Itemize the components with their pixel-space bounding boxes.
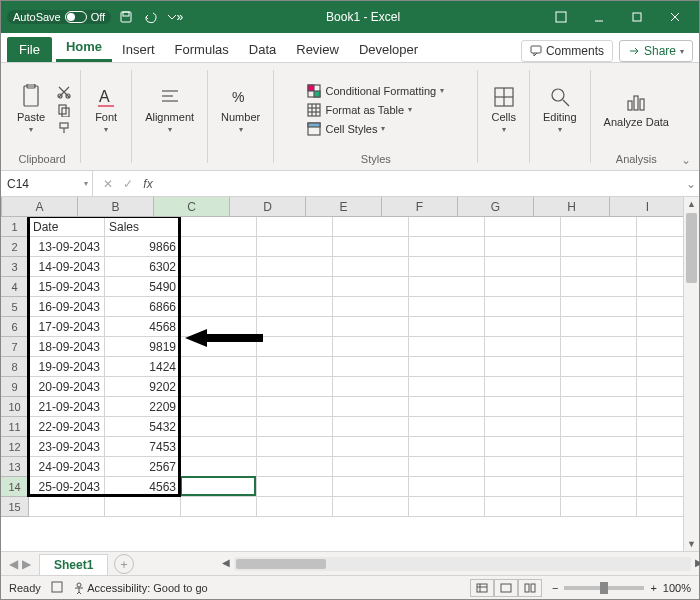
cell-H6[interactable]	[561, 317, 637, 337]
cell-F2[interactable]	[409, 237, 485, 257]
cell-F15[interactable]	[409, 497, 485, 517]
cell-G14[interactable]	[485, 477, 561, 497]
cell-A12[interactable]: 23-09-2043	[29, 437, 105, 457]
row-header-2[interactable]: 2	[1, 237, 29, 257]
cell-B7[interactable]: 9819	[105, 337, 181, 357]
cell-D11[interactable]	[257, 417, 333, 437]
cell-B9[interactable]: 9202	[105, 377, 181, 397]
cell-E2[interactable]	[333, 237, 409, 257]
cell-F14[interactable]	[409, 477, 485, 497]
fx-icon[interactable]: fx	[139, 177, 157, 191]
sheet-nav-prev-icon[interactable]: ◀	[9, 557, 18, 571]
cell-D12[interactable]	[257, 437, 333, 457]
collapse-ribbon-icon[interactable]: ⌄	[679, 66, 693, 167]
cell-G6[interactable]	[485, 317, 561, 337]
scroll-thumb[interactable]	[236, 559, 326, 569]
tab-developer[interactable]: Developer	[349, 36, 428, 62]
tab-file[interactable]: File	[7, 37, 52, 62]
row-header-5[interactable]: 5	[1, 297, 29, 317]
row-header-12[interactable]: 12	[1, 437, 29, 457]
cell-D9[interactable]	[257, 377, 333, 397]
cell-D7[interactable]	[257, 337, 333, 357]
cell-D2[interactable]	[257, 237, 333, 257]
cell-B1[interactable]: Sales	[105, 217, 181, 237]
page-break-view-icon[interactable]	[518, 579, 542, 597]
editing-button[interactable]: Editing ▾	[537, 81, 583, 138]
cell-I13[interactable]	[637, 457, 683, 477]
row-header-9[interactable]: 9	[1, 377, 29, 397]
cell-I1[interactable]	[637, 217, 683, 237]
cell-G10[interactable]	[485, 397, 561, 417]
cell-C1[interactable]	[181, 217, 257, 237]
cell-I5[interactable]	[637, 297, 683, 317]
cell-A11[interactable]: 22-09-2043	[29, 417, 105, 437]
cell-H12[interactable]	[561, 437, 637, 457]
undo-icon[interactable]	[141, 8, 159, 26]
cell-H13[interactable]	[561, 457, 637, 477]
cell-B2[interactable]: 9866	[105, 237, 181, 257]
maximize-icon[interactable]	[619, 3, 655, 31]
cell-E4[interactable]	[333, 277, 409, 297]
column-header-D[interactable]: D	[230, 197, 306, 217]
cell-B8[interactable]: 1424	[105, 357, 181, 377]
cut-icon[interactable]	[55, 85, 73, 99]
sheet-nav-next-icon[interactable]: ▶	[22, 557, 31, 571]
cell-B5[interactable]: 6866	[105, 297, 181, 317]
cell-E12[interactable]	[333, 437, 409, 457]
cell-C11[interactable]	[181, 417, 257, 437]
cell-E10[interactable]	[333, 397, 409, 417]
cell-B15[interactable]	[105, 497, 181, 517]
enter-formula-icon[interactable]: ✓	[119, 177, 137, 191]
cell-C3[interactable]	[181, 257, 257, 277]
cell-A6[interactable]: 17-09-2043	[29, 317, 105, 337]
cell-G2[interactable]	[485, 237, 561, 257]
cell-H10[interactable]	[561, 397, 637, 417]
scroll-right-icon[interactable]: ▶	[695, 557, 700, 568]
cell-C15[interactable]	[181, 497, 257, 517]
column-header-B[interactable]: B	[78, 197, 154, 217]
format-painter-icon[interactable]	[55, 121, 73, 135]
cell-F13[interactable]	[409, 457, 485, 477]
cell-C4[interactable]	[181, 277, 257, 297]
cell-A3[interactable]: 14-09-2043	[29, 257, 105, 277]
paste-button[interactable]: Paste ▾	[11, 81, 51, 138]
cell-A2[interactable]: 13-09-2043	[29, 237, 105, 257]
cell-D5[interactable]	[257, 297, 333, 317]
row-header-3[interactable]: 3	[1, 257, 29, 277]
scroll-up-icon[interactable]: ▲	[684, 199, 699, 209]
cell-I4[interactable]	[637, 277, 683, 297]
cell-G1[interactable]	[485, 217, 561, 237]
zoom-slider[interactable]	[564, 586, 644, 590]
cell-B3[interactable]: 6302	[105, 257, 181, 277]
cell-F10[interactable]	[409, 397, 485, 417]
cell-C14[interactable]	[181, 477, 257, 497]
cell-H7[interactable]	[561, 337, 637, 357]
spreadsheet-grid[interactable]: ABCDEFGHI 123456789101112131415 DateSale…	[1, 197, 699, 551]
cell-H4[interactable]	[561, 277, 637, 297]
cell-F1[interactable]	[409, 217, 485, 237]
zoom-out-icon[interactable]: −	[552, 582, 558, 594]
analyze-data-button[interactable]: Analyze Data	[598, 86, 675, 132]
cell-I2[interactable]	[637, 237, 683, 257]
vertical-scrollbar[interactable]: ▲ ▼	[683, 197, 699, 551]
cell-A1[interactable]: Date	[29, 217, 105, 237]
conditional-formatting-button[interactable]: Conditional Formatting ▾	[305, 83, 446, 99]
copy-icon[interactable]	[55, 103, 73, 117]
cell-styles-button[interactable]: Cell Styles ▾	[305, 121, 387, 137]
cell-G15[interactable]	[485, 497, 561, 517]
cell-I11[interactable]	[637, 417, 683, 437]
cell-E3[interactable]	[333, 257, 409, 277]
accessibility-status[interactable]: Accessibility: Good to go	[73, 582, 208, 594]
cell-G11[interactable]	[485, 417, 561, 437]
cell-D10[interactable]	[257, 397, 333, 417]
horizontal-scrollbar[interactable]: ◀ ▶	[234, 557, 691, 571]
cell-G13[interactable]	[485, 457, 561, 477]
minimize-icon[interactable]	[581, 3, 617, 31]
cell-F8[interactable]	[409, 357, 485, 377]
cell-H2[interactable]	[561, 237, 637, 257]
row-header-10[interactable]: 10	[1, 397, 29, 417]
column-header-H[interactable]: H	[534, 197, 610, 217]
cell-D1[interactable]	[257, 217, 333, 237]
macro-record-icon[interactable]	[51, 581, 63, 595]
cell-F6[interactable]	[409, 317, 485, 337]
